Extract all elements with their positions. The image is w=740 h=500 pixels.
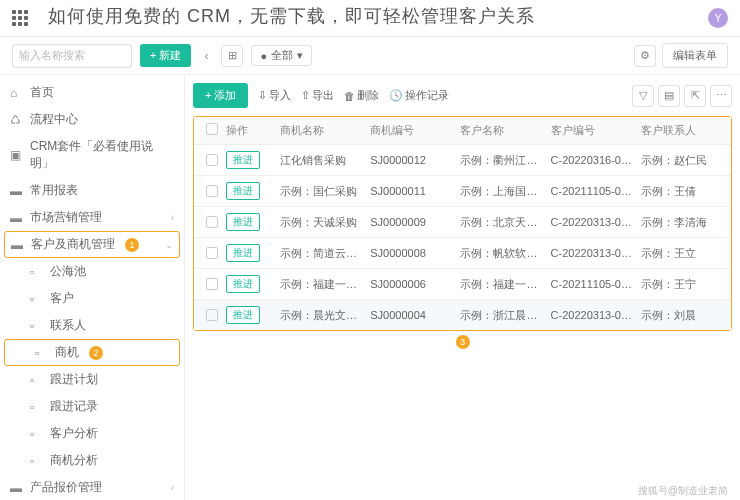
- table-row[interactable]: 推进示例：天诚采购SJ0000009示例：北京天诚软件…C-20220313-0…: [194, 207, 731, 238]
- sidebar-item[interactable]: ▬产品报价管理›: [0, 474, 184, 500]
- nav-icon: ▫: [30, 454, 44, 468]
- cell-name: 示例：简道云采购: [276, 246, 366, 261]
- sidebar-item[interactable]: ▫商机2: [4, 339, 180, 366]
- badge-icon: 2: [89, 346, 103, 360]
- nav-label: 产品报价管理: [30, 479, 102, 496]
- nav-icon: ▫: [30, 400, 44, 414]
- nav-icon: ⌂: [10, 86, 24, 100]
- chevron-icon: ⌄: [165, 239, 173, 250]
- sidebar-item[interactable]: ♺流程中心: [0, 106, 184, 133]
- add-button[interactable]: + 添加: [193, 83, 248, 108]
- data-table: 操作商机名称商机编号客户名称客户编号客户联系人 推进江化销售采购SJ000001…: [193, 116, 732, 331]
- cell-cust: 示例：衢州江化集团: [456, 153, 546, 168]
- push-button[interactable]: 推进: [226, 213, 260, 231]
- sidebar-item[interactable]: ▫公海池: [0, 258, 184, 285]
- table-row[interactable]: 推进示例：简道云采购SJ0000008示例：帆软软件有限公司C-20220313…: [194, 238, 731, 269]
- cell-ccode: C-20220316-0000001: [547, 154, 637, 166]
- checkbox[interactable]: [206, 278, 218, 290]
- export-link[interactable]: ⇧ 导出: [301, 88, 334, 103]
- cell-code: SJ0000008: [366, 247, 456, 259]
- cell-code: SJ0000011: [366, 185, 456, 197]
- chevron-icon: ›: [171, 212, 174, 223]
- nav-label: 跟进记录: [50, 398, 98, 415]
- sidebar-item[interactable]: ▫跟进计划: [0, 366, 184, 393]
- sidebar-item[interactable]: ▫跟进记录: [0, 393, 184, 420]
- filter-icon[interactable]: ▽: [632, 85, 654, 107]
- sidebar-item[interactable]: ▫联系人: [0, 312, 184, 339]
- column-header[interactable]: 操作: [226, 123, 276, 138]
- column-header[interactable]: 客户编号: [547, 123, 637, 138]
- toolbar: 输入名称搜索 + 新建 ‹ ⊞ ● 全部 ▾ ⚙ 编辑表单: [0, 37, 740, 75]
- sidebar-item[interactable]: ⌂首页: [0, 79, 184, 106]
- sidebar-item[interactable]: ▫客户: [0, 285, 184, 312]
- sidebar: ⌂首页♺流程中心▣CRM套件「必看使用说明」▬常用报表▬市场营销管理›▬客户及商…: [0, 75, 185, 500]
- nav-label: 首页: [30, 84, 54, 101]
- nav-label: 客户分析: [50, 425, 98, 442]
- table-row[interactable]: 推进示例：福建一高3月订单SJ0000006示例：福建一高集团C-2021110…: [194, 269, 731, 300]
- column-header[interactable]: 商机名称: [276, 123, 366, 138]
- cell-contact: 示例：赵仁民: [637, 153, 727, 168]
- table-header: 操作商机名称商机编号客户名称客户编号客户联系人: [194, 117, 731, 145]
- edit-form-button[interactable]: 编辑表单: [662, 43, 728, 68]
- chevron-icon: ›: [171, 482, 174, 493]
- cell-code: SJ0000009: [366, 216, 456, 228]
- cell-contact: 示例：刘晨: [637, 308, 727, 323]
- nav-label: 流程中心: [30, 111, 78, 128]
- nav-label: CRM套件「必看使用说明」: [30, 138, 174, 172]
- nav-icon: ▫: [30, 292, 44, 306]
- nav-icon: ▬: [10, 481, 24, 495]
- settings-icon[interactable]: ⚙: [634, 45, 656, 67]
- table-row[interactable]: 推进江化销售采购SJ0000012示例：衢州江化集团C-20220316-000…: [194, 145, 731, 176]
- search-input[interactable]: 输入名称搜索: [12, 44, 132, 68]
- checkbox[interactable]: [206, 154, 218, 166]
- table-row[interactable]: 推进示例：国仁采购SJ0000011示例：上海国仁有限…C-20211105-0…: [194, 176, 731, 207]
- checkbox-all[interactable]: [206, 123, 218, 135]
- nav-icon: ▫: [30, 373, 44, 387]
- new-button[interactable]: + 新建: [140, 44, 191, 67]
- nav-label: 客户及商机管理: [31, 236, 115, 253]
- export-icon[interactable]: ⇱: [684, 85, 706, 107]
- more-icon[interactable]: ⋯: [710, 85, 732, 107]
- column-header[interactable]: 客户名称: [456, 123, 546, 138]
- avatar[interactable]: Y: [708, 8, 728, 28]
- nav-label: 常用报表: [30, 182, 78, 199]
- sidebar-item[interactable]: ▫客户分析: [0, 420, 184, 447]
- push-button[interactable]: 推进: [226, 151, 260, 169]
- column-header[interactable]: 商机编号: [366, 123, 456, 138]
- checkbox[interactable]: [206, 309, 218, 321]
- sidebar-item[interactable]: ▣CRM套件「必看使用说明」: [0, 133, 184, 177]
- column-icon[interactable]: ▤: [658, 85, 680, 107]
- nav-label: 联系人: [50, 317, 86, 334]
- table-row[interactable]: 推进示例：晨光文具设备…SJ0000004示例：浙江晨光文具…C-2022031…: [194, 300, 731, 330]
- import-link[interactable]: ⇩ 导入: [258, 88, 291, 103]
- checkbox[interactable]: [206, 216, 218, 228]
- watermark: 搜狐号@制造业老简: [638, 484, 728, 498]
- cell-ccode: C-20220313-0000002: [547, 216, 637, 228]
- view-selector[interactable]: ● 全部 ▾: [251, 45, 312, 66]
- nav-icon: ▫: [30, 265, 44, 279]
- sidebar-item[interactable]: ▬客户及商机管理1⌄: [4, 231, 180, 258]
- push-button[interactable]: 推进: [226, 306, 260, 324]
- grid-view-icon[interactable]: ⊞: [221, 45, 243, 67]
- column-header[interactable]: 客户联系人: [637, 123, 727, 138]
- cell-ccode: C-20220313-0000004: [547, 309, 637, 321]
- push-button[interactable]: 推进: [226, 182, 260, 200]
- push-button[interactable]: 推进: [226, 275, 260, 293]
- sidebar-item[interactable]: ▫商机分析: [0, 447, 184, 474]
- collapse-icon[interactable]: ‹: [199, 49, 213, 63]
- sidebar-item[interactable]: ▬常用报表: [0, 177, 184, 204]
- nav-label: 商机: [55, 344, 79, 361]
- nav-icon: ▫: [30, 319, 44, 333]
- apps-icon[interactable]: [12, 10, 28, 26]
- nav-icon: ▣: [10, 148, 24, 162]
- sidebar-item[interactable]: ▬市场营销管理›: [0, 204, 184, 231]
- cell-name: 示例：晨光文具设备…: [276, 308, 366, 323]
- checkbox[interactable]: [206, 185, 218, 197]
- cell-cust: 示例：浙江晨光文具…: [456, 308, 546, 323]
- push-button[interactable]: 推进: [226, 244, 260, 262]
- log-link[interactable]: 🕓 操作记录: [389, 88, 449, 103]
- cell-name: 示例：国仁采购: [276, 184, 366, 199]
- checkbox[interactable]: [206, 247, 218, 259]
- delete-link[interactable]: 🗑 删除: [344, 88, 379, 103]
- nav-icon: ▫: [30, 427, 44, 441]
